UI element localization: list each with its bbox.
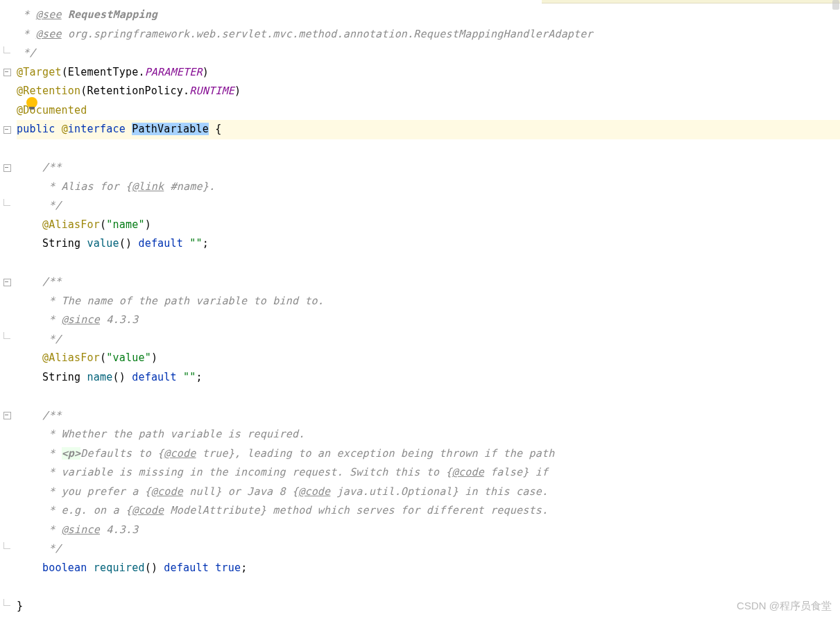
fold-collapse-icon[interactable] [3, 164, 10, 171]
code-line: } [17, 597, 840, 616]
code-line: boolean required() default true; [17, 559, 840, 578]
fold-end-icon[interactable] [3, 336, 10, 342]
fold-end-icon[interactable] [3, 202, 10, 209]
code-line: @AliasFor("name") [17, 216, 840, 235]
code-line: */ [17, 539, 840, 559]
fold-collapse-icon[interactable] [3, 279, 10, 286]
code-line [17, 254, 840, 273]
code-line: * you prefer a {@code null} or Java 8 {@… [17, 483, 840, 502]
code-line: String name() default ""; [17, 368, 840, 388]
intention-bulb-icon[interactable] [26, 97, 37, 108]
code-line: * @see org.springframework.web.servlet.m… [17, 25, 840, 44]
code-line: * @since 4.3.3 [17, 521, 840, 540]
watermark-text: CSDN @程序员食堂 [737, 600, 832, 613]
code-editor-content[interactable]: * @see RequestMapping * @see org.springf… [14, 0, 840, 617]
code-line: * @see RequestMapping [17, 6, 840, 25]
code-line: /** [17, 272, 840, 292]
scrollbar-thumb[interactable] [832, 0, 839, 10]
code-line: * The name of the path variable to bind … [17, 292, 840, 311]
code-line: @Target(ElementType.PARAMETER) [17, 63, 840, 82]
code-line-current: public @interface PathVariable { [17, 120, 840, 139]
fold-collapse-icon[interactable] [3, 69, 10, 76]
code-line: * Alias for {@link #name}. [17, 177, 840, 197]
code-line: */ [17, 44, 840, 63]
code-line: */ [17, 196, 840, 216]
code-line: * e.g. on a {@code ModelAttribute} metho… [17, 501, 840, 521]
fold-end-icon[interactable] [3, 602, 10, 609]
code-line: String value() default ""; [17, 234, 840, 254]
code-line: * @since 4.3.3 [17, 311, 840, 330]
code-line [17, 577, 840, 597]
code-line: @Retention(RetentionPolicy.RUNTIME) [17, 82, 840, 101]
editor-scrollbar[interactable] [832, 0, 840, 617]
code-line: @Documented [17, 101, 840, 121]
code-line: * Whether the path variable is required. [17, 425, 840, 444]
code-line: */ [17, 330, 840, 349]
fold-end-icon[interactable] [3, 546, 10, 553]
code-line: /** [17, 406, 840, 426]
code-line [17, 139, 840, 159]
fold-collapse-icon[interactable] [3, 126, 10, 133]
code-line: * <p>Defaults to {@code true}, leading t… [17, 444, 840, 464]
code-editor: * @see RequestMapping * @see org.springf… [0, 0, 840, 617]
code-line [17, 387, 840, 406]
code-line: @AliasFor("value") [17, 349, 840, 368]
editor-gutter[interactable] [0, 0, 14, 617]
code-line: /** [17, 158, 840, 177]
fold-end-icon[interactable] [3, 50, 10, 57]
code-line: * variable is missing in the incoming re… [17, 463, 840, 483]
fold-collapse-icon[interactable] [3, 412, 10, 419]
